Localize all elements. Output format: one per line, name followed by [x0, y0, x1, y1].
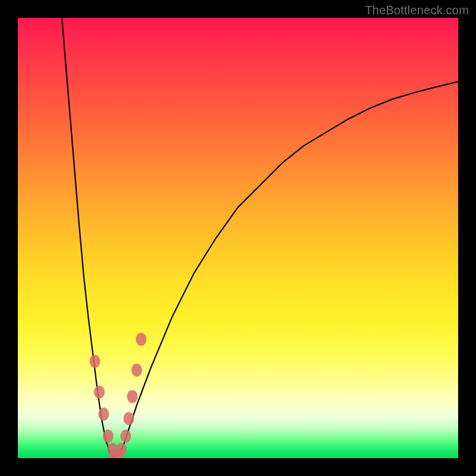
data-point: [131, 364, 142, 377]
plot-area: [18, 18, 458, 458]
data-point: [103, 430, 114, 443]
chart-svg: [18, 18, 458, 458]
data-point: [127, 390, 137, 403]
data-point: [123, 412, 134, 425]
data-point: [98, 408, 109, 421]
chart-frame: TheBottleneck.com: [0, 0, 476, 476]
data-point: [94, 386, 105, 399]
data-point: [116, 443, 127, 456]
data-point: [136, 333, 146, 346]
marker-group: [90, 333, 147, 458]
watermark-text: TheBottleneck.com: [365, 4, 469, 17]
data-point: [90, 355, 101, 368]
data-point: [120, 430, 131, 443]
bottleneck-curve: [62, 18, 458, 458]
